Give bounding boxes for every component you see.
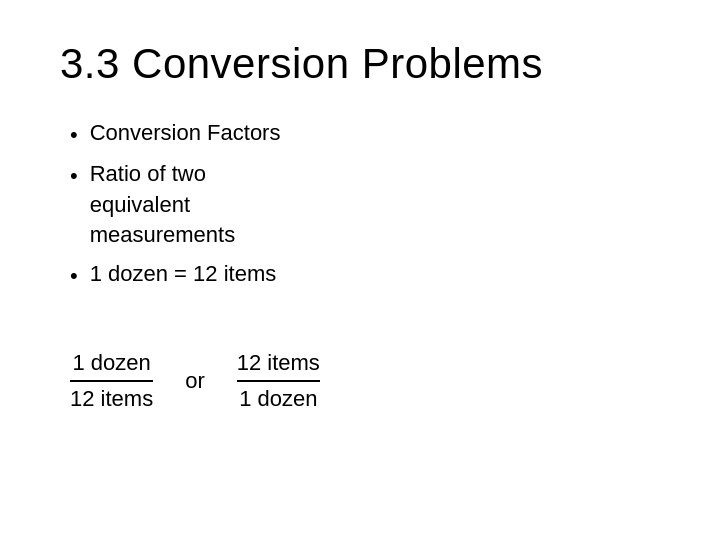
bullet-text-2: Ratio of two equivalent measurements xyxy=(90,159,236,251)
bullet-item-1: • Conversion Factors xyxy=(70,118,660,151)
fraction-first-numerator: 1 dozen xyxy=(70,350,153,382)
slide: 3.3 Conversion Problems • Conversion Fac… xyxy=(0,0,720,540)
bullet-list: • Conversion Factors • Ratio of two equi… xyxy=(70,118,660,300)
page-title: 3.3 Conversion Problems xyxy=(60,40,660,88)
bullet-text-2-line2: equivalent xyxy=(90,190,236,221)
bullet-text-2-line3: measurements xyxy=(90,220,236,251)
bullet-icon-2: • xyxy=(70,161,78,192)
fraction-second-denominator: 1 dozen xyxy=(237,382,320,412)
or-label: or xyxy=(185,368,205,394)
bullet-icon-1: • xyxy=(70,120,78,151)
bullet-icon-3: • xyxy=(70,261,78,292)
bullet-text-2-line1: Ratio of two xyxy=(90,159,236,190)
bullet-text-3: 1 dozen = 12 items xyxy=(90,259,277,290)
bullet-text-1: Conversion Factors xyxy=(90,118,281,149)
fraction-first: 1 dozen 12 items xyxy=(70,350,153,412)
bullet-item-3: • 1 dozen = 12 items xyxy=(70,259,660,292)
bullet-item-2: • Ratio of two equivalent measurements xyxy=(70,159,660,251)
fraction-section: 1 dozen 12 items or 12 items 1 dozen xyxy=(70,350,660,412)
fraction-second-numerator: 12 items xyxy=(237,350,320,382)
fraction-second: 12 items 1 dozen xyxy=(237,350,320,412)
fraction-first-denominator: 12 items xyxy=(70,382,153,412)
